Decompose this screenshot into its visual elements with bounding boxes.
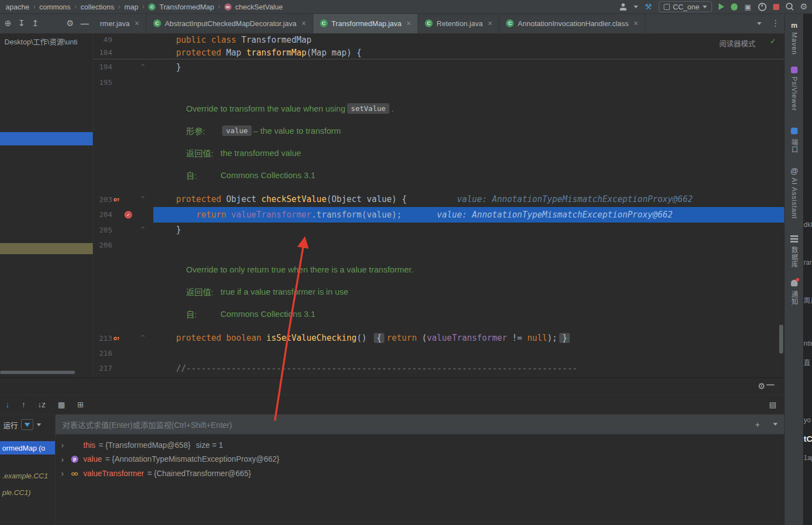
maven-logo-icon[interactable]: m xyxy=(791,21,798,29)
profiler-icon[interactable] xyxy=(758,3,766,11)
breadcrumb-item[interactable]: TransformedMap xyxy=(159,3,214,11)
stack-frame[interactable]: ple.CC1) xyxy=(0,486,55,499)
panel-settings-gear-icon[interactable]: ⚙ xyxy=(67,18,74,28)
tool-button-maven[interactable]: Maven xyxy=(790,32,798,55)
debug-settings-gear-icon[interactable]: ⚙ xyxy=(758,381,765,391)
fold-marker-icon[interactable]: ^ xyxy=(137,63,149,71)
horizontal-scrollbar[interactable] xyxy=(0,371,75,374)
folded-brace-chip[interactable]: } xyxy=(559,333,570,343)
close-icon[interactable]: × xyxy=(488,19,492,28)
fold-marker-icon[interactable]: ^ xyxy=(137,334,149,342)
project-selected-row[interactable] xyxy=(0,132,93,145)
code-line[interactable]: 206 xyxy=(93,238,784,253)
layout-view-icon[interactable]: ⊞ xyxy=(77,400,84,409)
editor-gutter[interactable]: 213 o↑ ^ xyxy=(93,330,153,345)
chevron-down-icon[interactable] xyxy=(37,423,41,426)
scroll-up-icon[interactable]: ↥ xyxy=(32,18,39,28)
editor-gutter[interactable]: 203 o↑ ^ xyxy=(93,192,153,207)
chevron-down-icon[interactable] xyxy=(634,6,638,8)
scroll-down-icon[interactable]: ↧ xyxy=(18,18,26,28)
folded-brace-chip[interactable]: { xyxy=(374,333,384,343)
filter-funnel-icon[interactable] xyxy=(21,419,33,430)
tool-button-ports[interactable]: 端口 xyxy=(790,139,799,153)
breadcrumb-item[interactable]: apache xyxy=(6,3,29,11)
editor-gutter[interactable]: 195 xyxy=(93,74,153,89)
tool-button-ai-assistant[interactable]: AI Assistant xyxy=(790,178,798,219)
close-icon[interactable]: × xyxy=(302,19,306,28)
fold-marker-icon[interactable]: ^ xyxy=(137,195,149,203)
add-watch-icon[interactable]: + xyxy=(755,420,760,429)
user-icon[interactable] xyxy=(619,3,627,11)
evaluate-expression-input[interactable]: 对表达式求值(Enter)或添加监视(Ctrl+Shift+Enter) + xyxy=(56,415,784,435)
coverage-icon[interactable]: ▣ xyxy=(744,3,751,11)
chevron-down-icon[interactable] xyxy=(773,423,778,426)
tool-button-notifications[interactable]: 通知 xyxy=(790,291,799,305)
tool-button-database[interactable]: 数据库 xyxy=(790,246,799,268)
override-marker-icon[interactable]: o↑ xyxy=(113,196,119,203)
code-line[interactable]: 184 protected Map transformMap (Map map)… xyxy=(93,46,784,59)
stack-frame[interactable]: .example.CC1 xyxy=(0,469,55,482)
hide-debug-panel-icon[interactable]: — xyxy=(766,380,774,389)
move-down-icon[interactable]: ↓ xyxy=(6,400,9,409)
run-button[interactable] xyxy=(719,3,724,10)
console-layout-icon[interactable]: ▤ xyxy=(769,400,776,409)
ports-icon[interactable] xyxy=(791,128,798,134)
expand-chevron-icon[interactable]: › xyxy=(61,468,71,478)
run-tab[interactable]: 运行 xyxy=(0,415,55,435)
editor-gutter[interactable]: 216 xyxy=(93,346,153,361)
close-icon[interactable]: × xyxy=(407,19,411,28)
psiviewer-icon[interactable] xyxy=(791,67,798,73)
editor-scrollbar[interactable] xyxy=(779,325,783,354)
reader-mode-label[interactable]: 阅读器模式 xyxy=(719,38,755,48)
editor-gutter[interactable]: 184 xyxy=(93,46,153,59)
breadcrumb-item[interactable]: commons xyxy=(39,3,71,11)
code-line[interactable]: 205 ^ } xyxy=(93,223,784,238)
build-hammer-icon[interactable]: ⚒ xyxy=(645,2,652,11)
stop-button[interactable] xyxy=(773,4,779,10)
hide-panel-icon[interactable]: — xyxy=(81,19,89,28)
tab-abstractinputcheckedmapdecorator-java[interactable]: C AbstractInputCheckedMapDecorator.java … xyxy=(147,13,313,33)
expand-chevron-icon[interactable]: › xyxy=(61,440,71,450)
notifications-bell-icon[interactable] xyxy=(791,280,798,286)
more-options-icon[interactable]: ⋮ xyxy=(771,18,780,28)
override-marker-icon[interactable]: o↑ xyxy=(113,335,119,342)
code-line[interactable]: 217 //----------------------------------… xyxy=(93,361,784,376)
code-line[interactable]: 194 ^ } xyxy=(93,59,784,74)
breadcrumb-item[interactable]: checkSetValue xyxy=(235,3,283,11)
editor-gutter[interactable]: 204 ✓ xyxy=(93,207,153,222)
fold-marker-icon[interactable]: ^ xyxy=(137,226,149,234)
sort-icon[interactable]: ↓z xyxy=(38,400,46,409)
locate-file-icon[interactable]: ⊕ xyxy=(4,18,12,28)
table-view-icon[interactable]: ▦ xyxy=(58,400,65,409)
project-highlight-row[interactable] xyxy=(0,243,93,254)
search-icon[interactable] xyxy=(786,3,794,11)
editor-gutter[interactable]: 217 xyxy=(93,361,153,376)
chevron-down-icon[interactable] xyxy=(757,22,761,25)
breadcrumb-item[interactable]: map xyxy=(124,3,138,11)
close-icon[interactable]: × xyxy=(634,19,638,28)
close-icon[interactable]: × xyxy=(134,19,139,28)
expand-chevron-icon[interactable]: › xyxy=(61,455,71,464)
editor-gutter[interactable]: 194 ^ xyxy=(93,59,153,74)
run-config-selector[interactable]: CC_one xyxy=(659,1,713,12)
tool-button-psiviewer[interactable]: PsiViewer xyxy=(790,77,798,111)
variable-row-valuetransformer[interactable]: › oo valueTransformer = {ChainedTransfor… xyxy=(56,466,784,481)
editor-gutter[interactable]: 205 ^ xyxy=(93,223,153,238)
stack-frame-selected[interactable]: ormedMap (o xyxy=(0,441,55,455)
debug-bug-icon[interactable] xyxy=(731,3,738,11)
tab-retention-java[interactable]: C Retention.java × xyxy=(418,13,499,33)
code-reference-chip[interactable]: setValue xyxy=(347,103,390,114)
inspections-check-icon[interactable]: ✓ xyxy=(770,36,775,46)
editor-gutter[interactable]: 206 xyxy=(93,238,153,253)
ai-assistant-icon[interactable]: @ xyxy=(790,166,798,175)
editor-gutter[interactable]: 49 xyxy=(93,33,153,46)
variable-row-this[interactable]: › this = {TransformedMap@658} size = 1 xyxy=(56,438,784,452)
code-line-execution[interactable]: 204 ✓ return valueTransformer .transform… xyxy=(93,207,784,222)
code-reference-chip[interactable]: value xyxy=(222,125,252,136)
code-line[interactable]: 213 o↑ ^ protected boolean isSetValueChe… xyxy=(93,330,784,345)
settings-gear-icon[interactable]: ⚙ xyxy=(800,2,808,12)
breakpoint-icon[interactable]: ✓ xyxy=(124,211,132,219)
tab-transformedmap-java[interactable]: C TransformedMap.java × xyxy=(313,13,418,33)
tab-annotationinvocationhandler-class[interactable]: C AnnotationInvocationHandler.class × xyxy=(499,13,645,33)
tab-transformer-java[interactable]: rmer.java × xyxy=(93,13,147,33)
